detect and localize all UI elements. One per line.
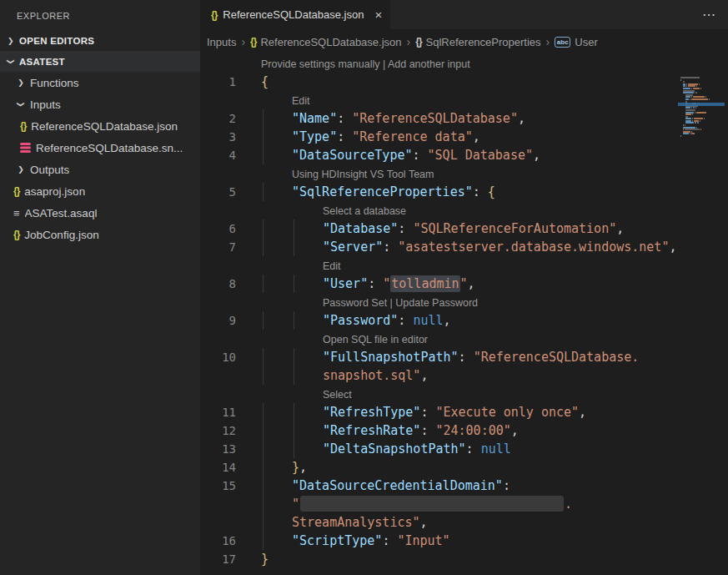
code-token: null: [413, 313, 443, 328]
code-token: :: [398, 313, 413, 328]
breadcrumb-item-sqlreferenceproperties[interactable]: {}SqlReferenceProperties: [415, 36, 540, 48]
breadcrumb-item-inputs[interactable]: Inputs: [207, 36, 236, 48]
code-line-6[interactable]: 6"Database": "SQLReferenceForAutomation"…: [200, 219, 728, 238]
indent-guide: [263, 403, 264, 421]
code-line-12[interactable]: 12"RefreshRate": "24:00:00",: [200, 421, 728, 440]
line-number: [200, 293, 236, 311]
tree-item-referencesqldatabase-sn[interactable]: ReferenceSQLDatabase.sn...: [0, 137, 200, 159]
breadcrumb-label: Inputs: [207, 36, 236, 48]
codelens-link-open-sql-file-in-editor[interactable]: Open SQL file in editor: [323, 334, 428, 346]
code-line-3[interactable]: 3"Type": "Reference data",: [200, 128, 728, 146]
code-line-8[interactable]: 8"User": "tolladmin",: [200, 275, 728, 293]
code-line-17[interactable]: 17}: [200, 550, 728, 568]
code-line-4[interactable]: 4"DataSourceType": "SQL Database",: [200, 146, 728, 164]
code-token: :: [383, 240, 398, 255]
code-line-7[interactable]: 7"Server": "asatestserver.database.windo…: [200, 238, 728, 256]
tree-item-label: ASATest.asaql: [25, 207, 98, 219]
code-token: snapshot.sql": [323, 368, 420, 383]
tree-item-asaproj-json[interactable]: {}asaproj.json: [0, 180, 200, 202]
codelens-link-provide-settings-manually[interactable]: Provide settings manually: [261, 58, 379, 70]
line-number: 14: [200, 458, 236, 477]
database-icon: [20, 143, 31, 153]
codelens-row: Password Set | Update Password: [200, 293, 728, 311]
tree-item-outputs[interactable]: ❯Outputs: [0, 159, 200, 180]
codelens-link-using-hdinsight-vs-tool-team[interactable]: Using HDInsight VS Tool Team: [292, 169, 434, 180]
code-token: "24:00:00": [435, 423, 510, 438]
line-number: 9: [200, 311, 236, 330]
tree-item-jobconfig-json[interactable]: {}JobConfig.json: [0, 224, 200, 245]
code-line-16[interactable]: 16"ScriptType": "Input": [200, 532, 728, 550]
minimap-highlight-band: [678, 103, 725, 106]
word-highlight: tolladmin: [390, 275, 459, 292]
code-line-wrap[interactable]: StreamAnalystics",: [200, 513, 728, 532]
tab-referencesqldatabase-json[interactable]: {} ReferenceSQLDatabase.json ×: [200, 0, 390, 29]
minimap[interactable]: [680, 77, 722, 138]
section-asatest[interactable]: ❯ ASATEST: [0, 51, 200, 72]
chevron-right-icon: ›: [241, 36, 245, 48]
code-token: "Input": [397, 533, 449, 548]
indent-guide: [263, 146, 264, 164]
code-lines: Provide settings manually | Add another …: [200, 54, 728, 568]
codelens-link-add-another-input[interactable]: Add another input: [388, 58, 470, 70]
indent-guide: [294, 403, 294, 421]
indent-guide: [263, 128, 264, 146]
codelens-row: Open SQL file in editor: [200, 330, 728, 348]
indent-guide: [294, 440, 294, 458]
code-token: ,: [468, 276, 475, 291]
json-file-icon: {}: [20, 120, 26, 132]
code-line-13[interactable]: 13"DeltaSnapshotPath": null: [200, 440, 728, 458]
codelens-link-select-a-database[interactable]: Select a database: [323, 205, 406, 217]
indent-guide: [263, 238, 264, 256]
codelens-link-select[interactable]: Select: [323, 389, 352, 401]
line-number: 10: [200, 348, 236, 366]
code-token: "RefreshRate": [323, 423, 420, 438]
close-icon[interactable]: ×: [374, 8, 382, 21]
tab-label: ReferenceSQLDatabase.json: [223, 8, 364, 21]
tab-bar: {} ReferenceSQLDatabase.json × ⋯: [200, 0, 728, 29]
line-number: 15: [200, 477, 236, 495]
code-line-1[interactable]: 1{: [200, 73, 728, 91]
section-label: OPEN EDITORS: [19, 36, 94, 46]
code-line-wrap[interactable]: ".: [200, 495, 728, 513]
indent-guide: [294, 366, 294, 385]
codelens-separator: |: [387, 297, 395, 309]
code-token: :: [413, 148, 428, 163]
code-line-wrap[interactable]: snapshot.sql",: [200, 366, 728, 385]
tree-item-referencesqldatabase-json[interactable]: {}ReferenceSQLDatabase.json: [0, 115, 200, 137]
code-token: "Database": [323, 221, 398, 236]
section-open-editors[interactable]: ❯ OPEN EDITORS: [0, 30, 200, 51]
code-line-2[interactable]: 2"Name": "ReferenceSQLDatabase",: [200, 109, 728, 128]
code-line-9[interactable]: 9"Password": null,: [200, 311, 728, 330]
tree-item-functions[interactable]: ❯Functions: [0, 72, 200, 93]
code-token: :: [420, 423, 435, 438]
more-actions-button[interactable]: ⋯: [690, 7, 728, 23]
breadcrumb-item-user[interactable]: abcUser: [555, 36, 597, 48]
json-file-icon: {}: [250, 36, 256, 48]
codelens-link-update-password[interactable]: Update Password: [395, 297, 478, 309]
code-token: "Password": [323, 313, 398, 328]
code-editor[interactable]: Provide settings manually | Add another …: [200, 54, 728, 575]
tree-item-inputs[interactable]: ❯Inputs: [0, 93, 200, 115]
code-token: ,: [420, 368, 428, 383]
line-number: [200, 91, 236, 109]
tabbar-filler: [390, 0, 690, 29]
explorer-sidebar: EXPLORER ❯ OPEN EDITORS ❯ ASATEST ❯Funct…: [0, 0, 200, 575]
line-number: 4: [200, 146, 236, 164]
code-line-15[interactable]: 15"DataSourceCredentialDomain":: [200, 477, 728, 495]
code-line-14[interactable]: 14},: [200, 458, 728, 477]
line-number: 11: [200, 403, 236, 421]
list-icon: ≡: [13, 208, 20, 219]
code-line-5[interactable]: 5"SqlReferenceProperties": {: [200, 183, 728, 201]
line-number: [200, 513, 236, 532]
tree-item-label: JobConfig.json: [24, 229, 98, 241]
indent-guide: [263, 366, 264, 385]
tree-item-asatest-asaql[interactable]: ≡ASATest.asaql: [0, 202, 200, 224]
code-line-11[interactable]: 11"RefreshType": "Execute only once",: [200, 403, 728, 421]
code-line-10[interactable]: 10"FullSnapshotPath": "ReferenceSQLDatab…: [200, 348, 728, 366]
object-braces-icon: {}: [415, 36, 421, 48]
tree-item-label: asaproj.json: [24, 185, 85, 198]
breadcrumb-item-referencesqldatabase-json[interactable]: {}ReferenceSQLDatabase.json: [250, 36, 401, 48]
codelens-link-edit[interactable]: Edit: [292, 95, 310, 107]
codelens-link-edit[interactable]: Edit: [323, 260, 341, 272]
codelens-link-password-set[interactable]: Password Set: [323, 297, 387, 309]
